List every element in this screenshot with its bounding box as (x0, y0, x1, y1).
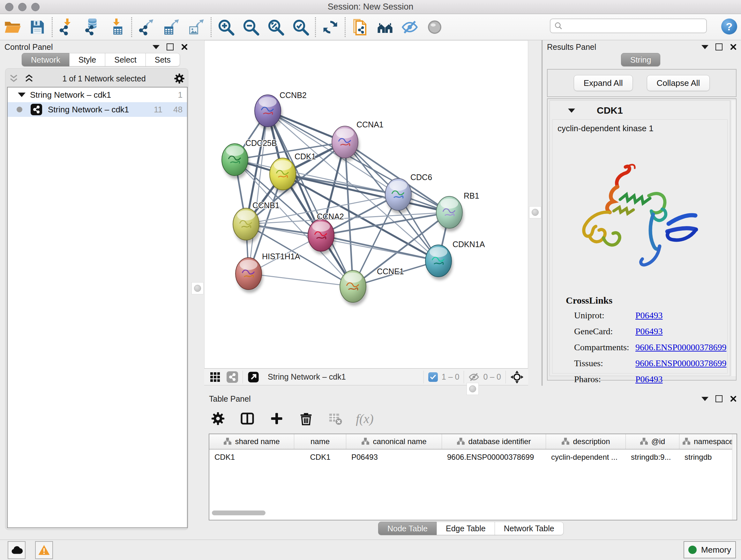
control-panel-float-icon[interactable] (152, 45, 159, 49)
import-table-icon[interactable] (105, 17, 129, 38)
export-network-icon[interactable] (134, 17, 159, 38)
table-panel-maximize-icon[interactable] (716, 395, 723, 402)
control-panel-maximize-icon[interactable] (166, 44, 174, 51)
node-label-CDKN1A: CDKN1A (453, 240, 485, 249)
results-panel-maximize-icon[interactable] (716, 44, 723, 51)
table-tab-node-table[interactable]: Node Table (378, 522, 437, 535)
column-header[interactable]: shared name (209, 434, 294, 449)
table-vertical-scrollbar[interactable] (732, 434, 737, 520)
control-panel-close-icon[interactable] (181, 43, 188, 51)
eye-icon[interactable] (422, 17, 447, 38)
import-network-database-icon[interactable] (79, 17, 105, 38)
memory-button[interactable]: Memory (684, 541, 736, 558)
column-header[interactable]: namespace (679, 434, 737, 449)
left-splitter-handle[interactable] (192, 282, 204, 294)
zoom-window-button[interactable] (31, 3, 40, 11)
network-column-icon (223, 437, 232, 446)
results-scrollbar[interactable] (731, 100, 736, 376)
table-cell[interactable]: stringdb (679, 450, 737, 464)
column-header[interactable]: database identifier (442, 434, 546, 449)
selected-nodes-checkbox[interactable] (428, 372, 438, 382)
results-panel-close-icon[interactable] (730, 43, 737, 51)
detach-view-icon[interactable] (247, 371, 259, 383)
table-cell[interactable]: cyclin-dependent ... (546, 450, 626, 464)
network-node-CCNB1[interactable]: CCNB1 (233, 201, 280, 243)
zoom-in-icon[interactable] (213, 17, 239, 38)
help-button[interactable]: ? (721, 18, 737, 35)
network-node-HIST1H1A[interactable]: HIST1H1A (235, 252, 300, 293)
network-row[interactable]: String Network – cdk1 11 48 (8, 102, 187, 117)
results-tab-string[interactable]: String (621, 53, 660, 66)
collapse-all-button[interactable]: Collapse All (647, 75, 710, 91)
close-window-button[interactable] (5, 3, 13, 11)
save-session-icon[interactable] (25, 17, 50, 38)
table-panel-tabs: Node TableEdge TableNetwork Table (378, 522, 563, 535)
table-cell[interactable]: CDK1 (294, 450, 346, 464)
zoom-out-icon[interactable] (239, 17, 263, 38)
enhanced-graphics-icon[interactable] (397, 17, 422, 38)
collapse-all-networks-icon[interactable] (8, 73, 19, 84)
network-canvas[interactable]: CCNB2CCNA1CDC25BCDK1CDC6RB1CCNB1CCNA2CDK… (204, 40, 528, 368)
open-session-icon[interactable] (0, 17, 25, 38)
cdk1-collapse-triangle[interactable] (568, 109, 575, 113)
network-node-RB1[interactable]: RB1 (436, 191, 479, 232)
table-panel-float-icon[interactable] (701, 397, 709, 401)
network-options-gear-icon[interactable] (174, 73, 185, 84)
function-builder-icon[interactable]: f(x) (356, 411, 374, 426)
right-splitter-handle[interactable] (529, 206, 541, 219)
tab-select[interactable]: Select (105, 53, 145, 66)
hidden-eye-icon[interactable] (468, 372, 479, 382)
warning-status-icon[interactable] (35, 541, 53, 559)
network-node-CDKN1A[interactable]: CDKN1A (425, 240, 485, 280)
table-options-gear-icon[interactable] (209, 410, 227, 428)
string-document-icon[interactable] (347, 17, 373, 38)
network-edge-CCNA1-CCNE1[interactable] (345, 142, 353, 287)
table-cell[interactable]: CDK1 (209, 450, 294, 464)
tab-network[interactable]: Network (22, 53, 70, 66)
import-network-file-icon[interactable] (55, 17, 79, 38)
table-header-row: shared namenamecanonical namedatabase id… (209, 434, 737, 449)
table-cell[interactable]: stringdb:9... (626, 450, 679, 464)
column-header[interactable]: description (546, 434, 626, 449)
cloud-status-icon[interactable] (8, 541, 25, 559)
zoom-fit-icon[interactable] (263, 17, 288, 38)
crosslink-link[interactable]: P06493 (635, 374, 663, 384)
export-table-icon[interactable] (159, 17, 184, 38)
string-home-icon[interactable] (373, 17, 397, 38)
expand-all-networks-icon[interactable] (23, 73, 35, 84)
results-panel-float-icon[interactable] (701, 45, 709, 49)
tab-sets[interactable]: Sets (145, 53, 180, 66)
delete-table-icon[interactable] (327, 410, 344, 428)
crosslink-link[interactable]: P06493 (635, 326, 663, 336)
table-cell[interactable]: P06493 (346, 450, 442, 464)
birdseye-grid-icon[interactable] (209, 371, 221, 383)
search-input[interactable] (566, 21, 702, 30)
table-cell[interactable]: 9606.ENSP00000378699 (442, 450, 546, 464)
zoom-selected-icon[interactable] (288, 17, 313, 38)
table-panel-close-icon[interactable] (730, 395, 737, 402)
delete-column-icon[interactable] (297, 410, 315, 428)
network-share-icon[interactable] (226, 371, 238, 383)
add-column-icon[interactable] (268, 410, 286, 428)
table-tab-edge-table[interactable]: Edge Table (436, 522, 495, 535)
column-header[interactable]: @id (626, 434, 679, 449)
horizontal-splitter[interactable] (204, 385, 741, 392)
export-image-icon[interactable] (184, 17, 209, 38)
column-header[interactable]: canonical name (346, 434, 442, 449)
network-edge-HIST1H1A-CCNE1[interactable] (249, 273, 353, 287)
tab-style[interactable]: Style (69, 53, 106, 66)
expand-all-button[interactable]: Expand All (574, 75, 633, 91)
minimize-window-button[interactable] (18, 3, 26, 11)
table-horizontal-scrollbar[interactable] (212, 510, 266, 515)
network-collection-row[interactable]: String Network – cdk1 1 (8, 87, 187, 102)
table-tab-network-table[interactable]: Network Table (495, 522, 563, 535)
collection-expand-triangle[interactable] (18, 92, 25, 97)
show-columns-icon[interactable] (239, 410, 256, 428)
refresh-icon[interactable] (318, 17, 343, 38)
crosslink-link[interactable]: 9606.ENSP00000378699 (635, 342, 726, 353)
crosslink-link[interactable]: P06493 (635, 310, 663, 320)
crosslink-link[interactable]: 9606.ENSP00000378699 (635, 358, 726, 368)
column-header[interactable]: name (294, 434, 346, 449)
node-label-CCNE1: CCNE1 (377, 267, 404, 276)
crosshair-icon[interactable] (510, 370, 524, 384)
